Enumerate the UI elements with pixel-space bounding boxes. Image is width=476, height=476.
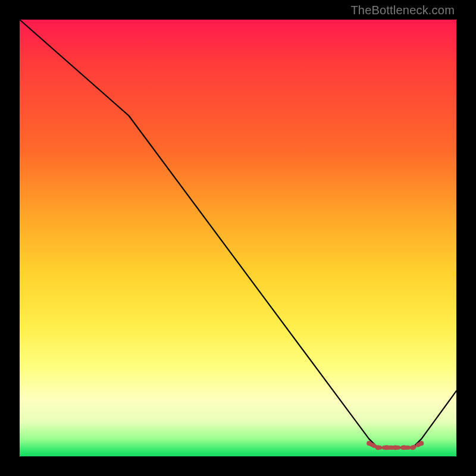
attribution-watermark: TheBottleneck.com [350,4,455,17]
chart-overlay-svg [20,20,456,456]
optimal-range-markers [367,441,424,450]
optimal-range-marker [367,441,371,446]
chart-frame: TheBottleneck.com [0,0,476,476]
optimal-range-marker [375,445,380,450]
optimal-range-marker [419,441,424,446]
bottleneck-curve-line [20,20,456,447]
optimal-range-marker [402,445,406,450]
optimal-range-marker [411,445,415,450]
optimal-range-marker [393,445,397,450]
optimal-range-marker [384,445,389,450]
